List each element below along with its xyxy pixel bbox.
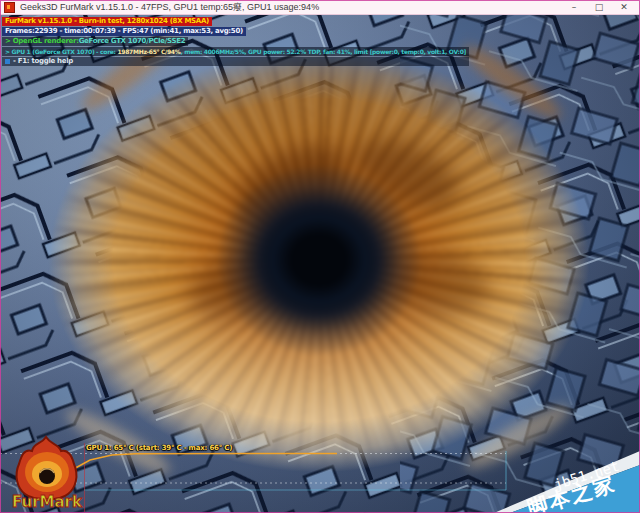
furmark-logo: FurMark [4, 434, 92, 512]
osd-gpu-core-clock: 1987MHz-65° C/94% [117, 48, 180, 55]
temp-graph-label: GPU 1: 65° C (start: 39° C - max: 66° C) [86, 444, 232, 452]
furmark-app-icon [4, 2, 15, 13]
render-viewport: FurMark v1.15.1.0 - Burn-in test, 1280x1… [0, 15, 640, 513]
fur-eye-render [48, 48, 590, 490]
furmark-window: Geeks3D FurMark v1.15.1.0 - 47FPS, GPU1 … [0, 0, 640, 513]
osd-marker-icon [5, 59, 10, 64]
minimize-button[interactable]: – [568, 0, 580, 15]
osd-benchmark-line: FurMark v1.15.1.0 - Burn-in test, 1280x1… [2, 17, 212, 26]
osd-frames-line: Frames:22939 - time:00:07:39 - FPS:47 (m… [2, 27, 246, 36]
window-title: Geeks3D FurMark v1.15.1.0 - 47FPS, GPU1 … [20, 1, 319, 14]
osd-renderer-value: GeForce GTX 1070/PCIe/SSE2 [79, 37, 186, 45]
osd-renderer-line: > OpenGL renderer: GeForce GTX 1070/PCIe… [2, 37, 188, 46]
window-title-bar: Geeks3D FurMark v1.15.1.0 - 47FPS, GPU1 … [0, 0, 640, 15]
osd-gpu-mid: , mem: 4006MHz/5%, GPU power: 52.2% TDP,… [180, 48, 354, 55]
osd-gpu-prefix: > GPU 1 (GeForce GTX 1070) - core: [5, 48, 117, 55]
osd-overlay: FurMark v1.15.1.0 - Burn-in test, 1280x1… [2, 17, 469, 67]
maximize-button[interactable]: □ [593, 0, 605, 15]
watermark-ribbon: jb51.net 脚本之家 [490, 437, 640, 513]
osd-gpu-line: > GPU 1 (GeForce GTX 1070) - core: 1987M… [2, 47, 469, 56]
osd-renderer-label: > OpenGL renderer: [5, 37, 79, 45]
window-controls: – □ ✕ [568, 0, 636, 15]
close-button[interactable]: ✕ [618, 0, 630, 15]
logo-text: FurMark [12, 493, 83, 511]
eye-pupil-core [258, 204, 380, 316]
osd-help-text: - F1: toggle help [13, 58, 73, 65]
osd-help-line: - F1: toggle help [2, 57, 469, 66]
osd-gpu-limits: limit [power:0, temp:0, volt:1, OV:0] [354, 48, 466, 55]
